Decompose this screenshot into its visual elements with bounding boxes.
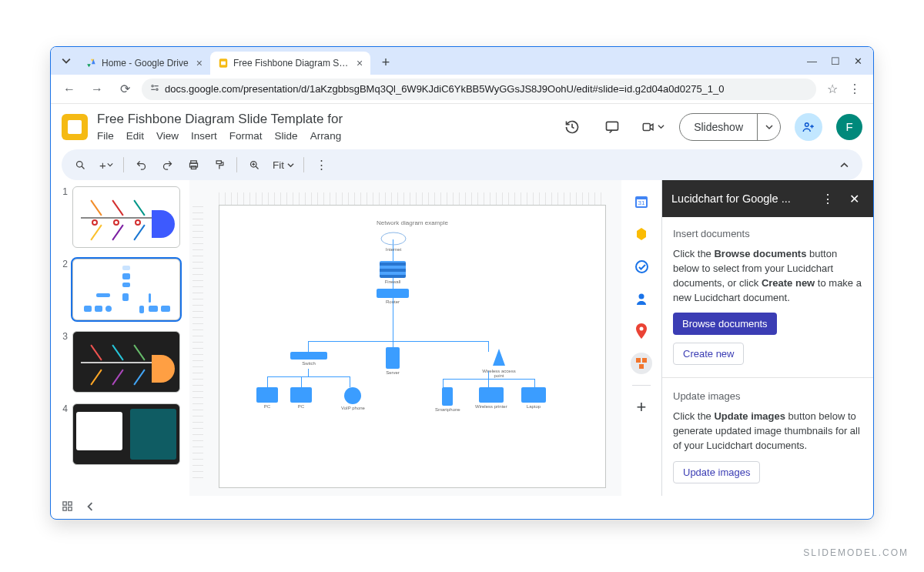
slide-number: 1: [59, 186, 68, 248]
maps-icon[interactable]: [631, 320, 652, 342]
separator: [303, 157, 304, 172]
url-field[interactable]: docs.google.com/presentation/d/1aKzgbbsg…: [142, 79, 816, 100]
svg-point-26: [636, 261, 648, 273]
search-menus-icon[interactable]: [69, 154, 91, 176]
menu-file[interactable]: File: [97, 130, 114, 142]
menu-view[interactable]: View: [156, 130, 179, 142]
minimize-icon[interactable]: —: [807, 55, 817, 67]
calendar-icon[interactable]: 31: [631, 191, 652, 212]
insert-documents-heading: Insert documents: [673, 228, 862, 239]
svg-point-28: [640, 327, 644, 331]
slide-thumbnail-1[interactable]: [72, 186, 180, 248]
create-new-button[interactable]: Create new: [673, 343, 744, 365]
side-panel: 31 +: [621, 180, 661, 496]
svg-rect-34: [63, 507, 66, 510]
lucidchart-panel-title: Lucidchart for Google ...: [671, 192, 812, 205]
back-button[interactable]: ←: [59, 79, 80, 100]
update-images-text: Click the Update images button below to …: [673, 410, 862, 453]
slide-number: 4: [59, 403, 68, 465]
close-window-icon[interactable]: ✕: [854, 55, 862, 67]
zoom-label: Fit: [273, 159, 284, 171]
connector-line: [301, 376, 302, 387]
version-history-icon[interactable]: [559, 114, 585, 140]
watermark: SLIDEMODEL.COM: [803, 547, 909, 558]
menu-slide[interactable]: Slide: [275, 130, 298, 142]
slide-number: 2: [59, 259, 68, 320]
keep-icon[interactable]: [631, 223, 652, 245]
separator: [236, 157, 237, 172]
print-button[interactable]: [182, 154, 204, 176]
menu-insert[interactable]: Insert: [191, 130, 217, 142]
canvas-area: Network diagram example: [189, 180, 621, 496]
bookmark-star-icon[interactable]: ☆: [827, 82, 838, 96]
svg-point-27: [639, 294, 644, 299]
more-tools-icon[interactable]: ⋮: [310, 154, 332, 176]
slide-thumbnail-4[interactable]: [72, 403, 180, 465]
paint-format-button[interactable]: [209, 154, 230, 176]
undo-button[interactable]: [130, 154, 152, 176]
zoom-dropdown[interactable]: Fit: [270, 159, 297, 171]
menu-arrange[interactable]: Arrang: [310, 130, 342, 142]
lucidchart-panel-header: Lucidchart for Google ... ⋮ ✕: [662, 180, 873, 217]
browser-window: Home - Google Drive × Free Fishbone Diag…: [50, 46, 874, 520]
lucidchart-addon-icon[interactable]: [631, 353, 652, 374]
slides-logo-icon[interactable]: [62, 114, 88, 140]
slide-thumbnail-3[interactable]: [72, 331, 180, 393]
new-tab-button[interactable]: +: [375, 52, 397, 73]
node-switch: Switch: [290, 352, 327, 366]
meet-button[interactable]: [639, 114, 665, 140]
antenna-icon: [490, 347, 508, 367]
browser-tab-drive[interactable]: Home - Google Drive ×: [79, 52, 210, 75]
tab-close-icon[interactable]: ×: [357, 57, 363, 69]
grid-view-icon[interactable]: [62, 500, 73, 514]
zoom-tool-icon[interactable]: [243, 154, 265, 176]
svg-rect-29: [636, 358, 641, 363]
menu-edit[interactable]: Edit: [126, 130, 144, 142]
tab-title: Home - Google Drive: [102, 58, 189, 69]
panel-menu-icon[interactable]: ⋮: [818, 189, 838, 209]
explore-collapse-icon[interactable]: [85, 501, 95, 513]
slide-thumbnails: 1 2: [51, 180, 189, 496]
app-header: Free Fishbone Diagram Slide Template for…: [51, 104, 873, 145]
update-images-button[interactable]: Update images: [673, 461, 760, 483]
tasks-icon[interactable]: [631, 256, 652, 277]
svg-rect-6: [607, 122, 618, 130]
slideshow-button[interactable]: Slideshow: [680, 114, 757, 140]
slideshow-dropdown[interactable]: [757, 114, 780, 140]
slide-canvas[interactable]: Network diagram example: [219, 205, 606, 488]
window-controls: — ☐ ✕: [796, 47, 873, 75]
menu-format[interactable]: Format: [229, 130, 263, 142]
url-text: docs.google.com/presentation/d/1aKzgbbsg…: [165, 83, 725, 95]
svg-marker-22: [493, 349, 505, 366]
get-addons-button[interactable]: +: [631, 396, 652, 418]
toolbar: + Fit ⋮: [62, 149, 862, 180]
svg-rect-35: [69, 507, 72, 510]
redo-button[interactable]: [156, 154, 178, 176]
update-images-heading: Update images: [673, 390, 862, 402]
tab-close-icon[interactable]: ×: [196, 57, 203, 69]
svg-point-11: [76, 161, 82, 167]
connector-line: [443, 379, 535, 380]
tabs-dropdown-icon[interactable]: [57, 52, 75, 70]
browse-documents-button[interactable]: Browse documents: [673, 313, 777, 335]
node-laptop: Laptop: [521, 387, 546, 409]
node-router: Router: [377, 289, 409, 304]
panel-close-icon[interactable]: ✕: [844, 189, 864, 209]
maximize-icon[interactable]: ☐: [831, 55, 840, 67]
comments-icon[interactable]: [599, 114, 625, 140]
collapse-toolbar-icon[interactable]: [833, 154, 855, 176]
site-settings-icon[interactable]: [149, 82, 160, 95]
reload-button[interactable]: ⟳: [114, 79, 136, 100]
vertical-ruler: [192, 206, 203, 480]
new-slide-button[interactable]: +: [95, 154, 117, 176]
slide-thumbnail-2[interactable]: [72, 259, 180, 320]
drive-icon: [86, 58, 97, 69]
share-button[interactable]: [795, 113, 822, 141]
contacts-icon[interactable]: [631, 288, 652, 309]
document-title[interactable]: Free Fishbone Diagram Slide Template for: [97, 112, 550, 127]
account-avatar[interactable]: F: [836, 114, 862, 140]
browser-tab-slides[interactable]: Free Fishbone Diagram Slide Te ×: [210, 52, 370, 75]
browser-menu-icon[interactable]: ⋮: [849, 82, 861, 96]
svg-rect-1: [221, 62, 226, 65]
forward-button[interactable]: →: [86, 79, 108, 100]
